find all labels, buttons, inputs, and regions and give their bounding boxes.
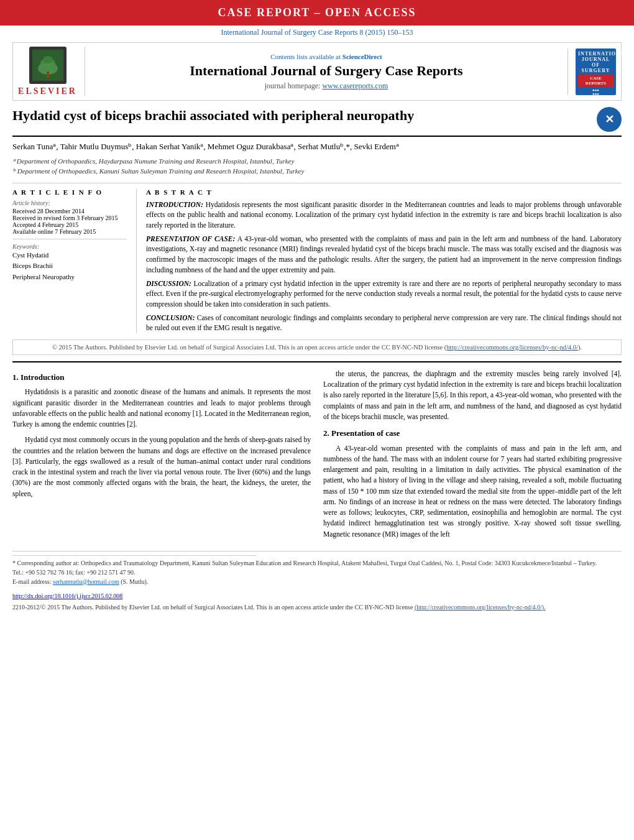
intro-para2: Hydatid cyst most commonly occurs in the… bbox=[12, 435, 311, 499]
email-footnote: E-mail address: serhatmutlu@hotmail.com … bbox=[12, 577, 622, 586]
sciencedirect-line: Contents lists available at ScienceDirec… bbox=[91, 53, 561, 60]
tel-footnote: Tel.: +90 532 762 76 16; fax: +90 212 57… bbox=[12, 568, 622, 577]
authors-text: Serkan Tunaᵃ, Tahir Mutlu Duymusᵇ, Hakan… bbox=[12, 142, 399, 151]
online-date: Available online 7 February 2015 bbox=[12, 228, 127, 235]
homepage-link[interactable]: www.casereports.com bbox=[322, 81, 388, 90]
intro-heading: 1. Introduction bbox=[12, 371, 311, 384]
corresponding-footnote: * Corresponding author at: Orthopedics a… bbox=[12, 558, 622, 568]
elsevier-logo: ELSEVIER bbox=[18, 47, 77, 96]
affiliation-b: ᵇ Department of Orthopaedics, Kanuni Sul… bbox=[12, 166, 622, 177]
abstract-column: A B S T R A C T INTRODUCTION: Hydatidosi… bbox=[137, 188, 622, 333]
body-right-column: the uterus, the pancreas, the diaphragm … bbox=[323, 369, 622, 545]
discussion-text: Localization of a primary cyst hydatid i… bbox=[146, 280, 622, 308]
journal-citation-text: International Journal of Surgery Case Re… bbox=[221, 28, 413, 37]
intro-para1: Hydatidosis is a parasitic and zoonotic … bbox=[12, 387, 311, 430]
authors-section: Serkan Tunaᵃ, Tahir Mutlu Duymusᵇ, Hakan… bbox=[12, 141, 622, 154]
abstract-title: A B S T R A C T bbox=[146, 188, 622, 196]
case-reports-badge: INTERNATIONALJOURNAL OFSURGERY CASEREPOR… bbox=[576, 48, 616, 95]
info-divider bbox=[12, 239, 127, 239]
affiliations: ᵃ Department of Orthopaedics, Haydarpasa… bbox=[12, 156, 622, 177]
right-para1: the uterus, the pancreas, the diaphragm … bbox=[323, 369, 622, 422]
main-body: 1. Introduction Hydatidosis is a parasit… bbox=[12, 361, 622, 545]
intro-label: INTRODUCTION: bbox=[146, 201, 203, 208]
presentation-label: PRESENTATION OF CASE: bbox=[146, 235, 235, 242]
footnotes-area: * Corresponding author at: Orthopedics a… bbox=[12, 551, 622, 586]
journal-homepage: journal homepage: www.casereports.com bbox=[91, 81, 561, 91]
keyword-3: Peripheral Neuropathy bbox=[12, 272, 127, 283]
journal-name: International Journal of Surgery Case Re… bbox=[91, 63, 561, 79]
intro-text: Hydatidosis represents the most signific… bbox=[146, 201, 622, 229]
accepted-date: Accepted 4 February 2015 bbox=[12, 221, 127, 228]
copyright-notice: © 2015 The Authors. Published by Elsevie… bbox=[12, 339, 622, 355]
body-two-columns: 1. Introduction Hydatidosis is a parasit… bbox=[12, 369, 622, 545]
article-info-abstract: A R T I C L E I N F O Article history: R… bbox=[12, 183, 622, 333]
keyword-1: Cyst Hydatid bbox=[12, 250, 127, 261]
journal-logo-right: INTERNATIONALJOURNAL OFSURGERY CASEREPOR… bbox=[567, 48, 617, 95]
bottom-copyright-text: 2210-2612/© 2015 The Authors. Published … bbox=[12, 604, 413, 611]
bottom-copyright: 2210-2612/© 2015 The Authors. Published … bbox=[12, 603, 622, 612]
banner-text: CASE REPORT – OPEN ACCESS bbox=[218, 6, 416, 19]
journal-center: Contents lists available at ScienceDirec… bbox=[91, 53, 561, 91]
copyright-text: © 2015 The Authors. Published by Elsevie… bbox=[52, 344, 582, 351]
keywords-list: Cyst Hydatid Biceps Brachii Peripheral N… bbox=[12, 250, 127, 283]
svg-point-3 bbox=[43, 56, 53, 63]
doi-link-area: http://dx.doi.org/10.1016/j.ijscr.2015.0… bbox=[12, 593, 622, 599]
article-info-title: A R T I C L E I N F O bbox=[12, 188, 127, 196]
abstract-text: INTRODUCTION: Hydatidosis represents the… bbox=[146, 200, 622, 333]
keyword-2: Biceps Brachii bbox=[12, 261, 127, 272]
body-left-column: 1. Introduction Hydatidosis is a parasit… bbox=[12, 369, 311, 545]
crossmark-badge: ✕ bbox=[597, 107, 622, 132]
journal-citation: International Journal of Surgery Case Re… bbox=[0, 25, 634, 40]
case-heading: 2. Presentation of case bbox=[323, 427, 622, 440]
discussion-label: DISCUSSION: bbox=[146, 280, 191, 287]
case-para1: A 43-year-old woman presented with the c… bbox=[323, 443, 622, 540]
conclusion-label: CONCLUSION: bbox=[146, 314, 195, 321]
keywords-label: Keywords: bbox=[12, 243, 127, 250]
journal-header: ELSEVIER Contents lists available at Sci… bbox=[12, 42, 622, 101]
bottom-license-link[interactable]: (http://creativecommons.org/licenses/by-… bbox=[415, 604, 546, 611]
sciencedirect-name: ScienceDirect bbox=[342, 53, 382, 60]
license-link[interactable]: http://creativecommons.org/licenses/by-n… bbox=[446, 344, 578, 351]
conclusion-text: Cases of concomitant neurologic findings… bbox=[146, 314, 622, 332]
email-name: (S. Mutlu). bbox=[121, 578, 148, 585]
elsevier-tree-icon bbox=[29, 47, 67, 84]
history-label: Article history: bbox=[12, 200, 127, 206]
email-link[interactable]: serhatmutlu@hotmail.com bbox=[53, 578, 119, 585]
article-info-column: A R T I C L E I N F O Article history: R… bbox=[12, 188, 137, 333]
journal-logo-left: ELSEVIER bbox=[17, 47, 85, 96]
article-title-section: Hydatid cyst of biceps brachii associate… bbox=[12, 107, 622, 137]
received-date: Received 28 December 2014 bbox=[12, 208, 127, 215]
doi-link[interactable]: http://dx.doi.org/10.1016/j.ijscr.2015.0… bbox=[12, 593, 122, 599]
revised-date: Received in revised form 3 February 2015 bbox=[12, 215, 127, 221]
header-banner: CASE REPORT – OPEN ACCESS bbox=[0, 0, 634, 25]
article-title: Hydatid cyst of biceps brachii associate… bbox=[12, 107, 590, 125]
affiliation-a: ᵃ Department of Orthopaedics, Haydarpasa… bbox=[12, 156, 622, 167]
crossmark-icon: ✕ bbox=[597, 107, 622, 132]
svg-rect-4 bbox=[47, 72, 49, 78]
email-label: E-mail address: bbox=[12, 578, 51, 585]
elsevier-label: ELSEVIER bbox=[18, 86, 77, 96]
